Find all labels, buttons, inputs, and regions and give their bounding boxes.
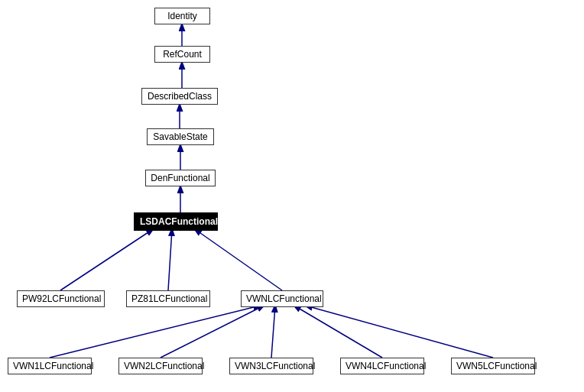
svg-line-10	[271, 306, 275, 358]
svg-line-5	[60, 229, 153, 290]
svg-line-12	[306, 306, 493, 358]
class-diagram: Identity RefCount DescribedClass Savable…	[0, 0, 584, 392]
node-vwn3lcfunctional: VWN3LCFunctional	[229, 358, 313, 374]
node-vwn5lcfunctional: VWN5LCFunctional	[451, 358, 535, 374]
svg-line-11	[294, 306, 382, 358]
node-vwn1lcfunctional: VWN1LCFunctional	[8, 358, 92, 374]
node-lsdacfunctional: LSDACFunctional	[134, 212, 218, 231]
arrows-svg	[0, 0, 584, 392]
svg-line-6	[168, 229, 172, 290]
node-vwn4lcfunctional: VWN4LCFunctional	[340, 358, 424, 374]
node-savablestate: SavableState	[147, 128, 214, 145]
svg-line-7	[195, 229, 282, 290]
node-identity: Identity	[154, 8, 210, 24]
node-describedclass: DescribedClass	[141, 88, 218, 105]
node-vwnlcfunctional: VWNLCFunctional	[241, 290, 323, 307]
svg-line-8	[50, 306, 260, 358]
node-vwn2lcfunctional: VWN2LCFunctional	[118, 358, 203, 374]
svg-line-9	[161, 306, 264, 358]
node-refcount: RefCount	[154, 46, 210, 63]
node-denfunctional: DenFunctional	[145, 170, 216, 186]
node-pz81lcfunctional: PZ81LCFunctional	[126, 290, 210, 307]
node-pw92lcfunctional: PW92LCFunctional	[17, 290, 105, 307]
